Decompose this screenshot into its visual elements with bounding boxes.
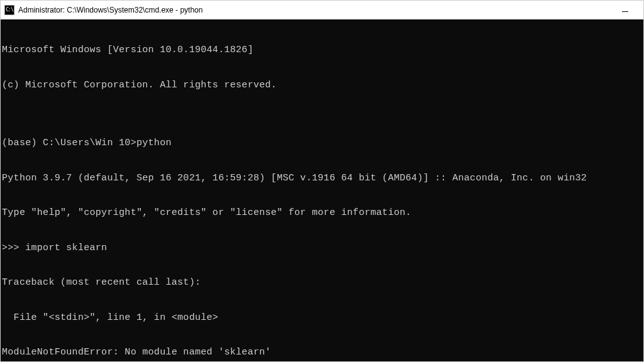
cmd-window: C:\ Administrator: C:\Windows\System32\c… bbox=[0, 0, 644, 362]
console-line: Python 3.9.7 (default, Sep 16 2021, 16:5… bbox=[2, 173, 643, 185]
console-line: Microsoft Windows [Version 10.0.19044.18… bbox=[2, 45, 643, 57]
cmd-icon: C:\ bbox=[4, 5, 14, 15]
window-title: Administrator: C:\Windows\System32\cmd.e… bbox=[18, 6, 611, 14]
minimize-button[interactable] bbox=[611, 1, 640, 19]
console-line: (c) Microsoft Corporation. All rights re… bbox=[2, 80, 643, 92]
console-line: >>> import sklearn bbox=[2, 243, 643, 255]
console-line: File "<stdin>", line 1, in <module> bbox=[2, 312, 643, 324]
minimize-icon bbox=[622, 11, 628, 12]
console-line: ModuleNotFoundError: No module named 'sk… bbox=[2, 347, 643, 359]
console-area[interactable]: Microsoft Windows [Version 10.0.19044.18… bbox=[1, 19, 643, 361]
console-line: Type "help", "copyright", "credits" or "… bbox=[2, 207, 643, 219]
console-line: (base) C:\Users\Win 10>python bbox=[2, 138, 643, 150]
console-line: Traceback (most recent call last): bbox=[2, 277, 643, 289]
window-controls bbox=[611, 1, 640, 19]
titlebar[interactable]: C:\ Administrator: C:\Windows\System32\c… bbox=[1, 1, 643, 19]
